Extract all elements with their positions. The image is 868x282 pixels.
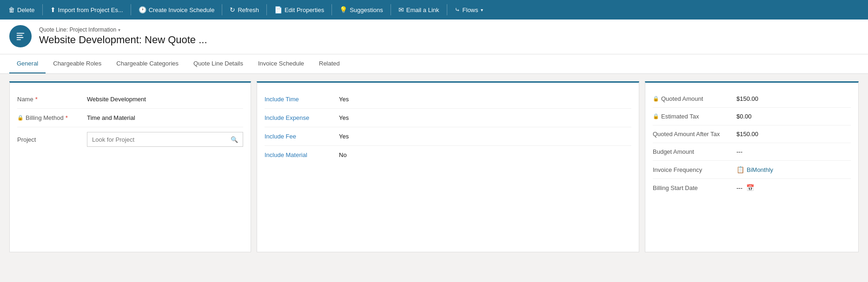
avatar [9,25,32,47]
right-card: 🔒 Quoted Amount $150.00 🔒 Estimated Tax … [645,81,859,252]
billing-method-label: 🔒 Billing Method * [17,114,87,121]
tab-quote-line-details[interactable]: Quote Line Details [186,54,251,73]
include-time-value: Yes [339,96,631,103]
create-invoice-button[interactable]: 🕐 Create Invoice Schedule [134,0,219,20]
divider [222,4,222,15]
project-input-wrapper[interactable]: 🔍 [87,132,243,147]
lock-icon: 🔒 [653,113,659,119]
required-indicator: * [66,114,68,121]
include-expense-row: Include Expense Yes [265,109,631,127]
include-fee-row: Include Fee Yes [265,127,631,146]
svg-rect-1 [17,35,23,36]
flows-icon: ⤷ [455,6,460,13]
middle-card: Include Time Yes Include Expense Yes Inc… [257,81,639,252]
quoted-amount-value: $150.00 [736,95,851,102]
chevron-down-icon: ▾ [481,7,483,13]
include-time-label: Include Time [265,96,339,103]
estimated-tax-value: $0.00 [736,113,851,120]
page-title: Website Development: New Quote ... [39,34,207,46]
quoted-amount-after-tax-row: Quoted Amount After Tax $150.00 [653,125,851,143]
tab-chargeable-categories[interactable]: Chargeable Categories [109,54,186,73]
estimated-tax-label: 🔒 Estimated Tax [653,113,736,120]
lock-icon: 🔒 [653,96,659,102]
divider [266,4,267,15]
include-expense-label: Include Expense [265,114,339,121]
refresh-icon: ↻ [230,6,235,13]
lock-icon: 🔒 [17,115,24,121]
include-fee-label: Include Fee [265,133,339,140]
tab-general[interactable]: General [9,54,46,73]
email-link-button[interactable]: ✉ Email a Link [394,0,444,20]
page-header: Quote Line: Project Information ▾ Websit… [0,20,868,54]
header-info: Quote Line: Project Information ▾ Websit… [39,26,207,46]
tab-chargeable-roles[interactable]: Chargeable Roles [46,54,109,73]
name-field-row: Name * Website Development [17,90,243,109]
billing-start-date-label: Billing Start Date [653,184,736,191]
project-label: Project [17,136,87,143]
delete-icon: 🗑 [8,6,15,13]
svg-rect-2 [17,37,24,38]
invoice-frequency-label: Invoice Frequency [653,166,736,173]
email-icon: ✉ [398,6,404,13]
calendar-icon[interactable]: 📅 [746,184,754,191]
tab-navigation: General Chargeable Roles Chargeable Cate… [0,54,868,74]
billing-start-date-value: --- 📅 [736,184,851,191]
import-icon: ⬆ [50,6,56,13]
refresh-button[interactable]: ↻ Refresh [225,0,264,20]
divider [391,4,391,15]
include-fee-value: Yes [339,133,631,140]
budget-amount-label: Budget Amount [653,148,736,155]
import-button[interactable]: ⬆ Import from Project Es... [46,0,128,20]
billing-method-value: Time and Material [87,114,243,121]
invoice-frequency-value[interactable]: 📋 BiMonthly [736,166,851,173]
divider [331,4,332,15]
budget-amount-value: --- [736,148,851,155]
invoice-frequency-row: Invoice Frequency 📋 BiMonthly [653,161,851,179]
billing-start-date-row: Billing Start Date --- 📅 [653,179,851,197]
quoted-amount-row: 🔒 Quoted Amount $150.00 [653,90,851,108]
divider [131,4,131,15]
breadcrumb-chevron-icon: ▾ [118,27,120,33]
left-card: Name * Website Development 🔒 Billing Met… [9,81,251,252]
tab-invoice-schedule[interactable]: Invoice Schedule [251,54,311,73]
divider [42,4,43,15]
flows-button[interactable]: ⤷ Flows ▾ [450,0,488,20]
include-material-label: Include Material [265,151,339,158]
name-label: Name * [17,96,87,103]
content-area: Name * Website Development 🔒 Billing Met… [0,74,868,260]
toolbar: 🗑 Delete ⬆ Import from Project Es... 🕐 C… [0,0,868,20]
quoted-amount-after-tax-value: $150.00 [736,131,851,138]
svg-rect-0 [17,33,25,34]
search-icon: 🔍 [231,136,238,143]
required-indicator: * [35,96,38,103]
include-time-row: Include Time Yes [265,90,631,109]
invoice-frequency-icon: 📋 [736,166,744,173]
breadcrumb: Quote Line: Project Information ▾ [39,26,207,33]
include-expense-value: Yes [339,114,631,121]
estimated-tax-row: 🔒 Estimated Tax $0.00 [653,108,851,125]
clock-icon: 🕐 [139,6,146,13]
delete-button[interactable]: 🗑 Delete [4,0,40,20]
suggestions-icon: 💡 [339,6,347,13]
divider [447,4,447,15]
suggestions-button[interactable]: 💡 Suggestions [335,0,388,20]
include-material-row: Include Material No [265,146,631,164]
quote-line-avatar-icon [15,31,26,41]
quoted-amount-after-tax-label: Quoted Amount After Tax [653,131,736,138]
project-field-row: Project 🔍 [17,127,243,151]
svg-rect-3 [17,39,21,40]
billing-method-field-row: 🔒 Billing Method * Time and Material [17,109,243,127]
tab-related[interactable]: Related [311,54,347,73]
project-search-input[interactable] [92,136,231,143]
quoted-amount-label: 🔒 Quoted Amount [653,95,736,102]
edit-properties-button[interactable]: 📄 Edit Properties [270,0,329,20]
budget-amount-row: Budget Amount --- [653,143,851,161]
include-material-value: No [339,151,631,158]
edit-icon: 📄 [274,6,282,13]
name-value: Website Development [87,96,243,103]
